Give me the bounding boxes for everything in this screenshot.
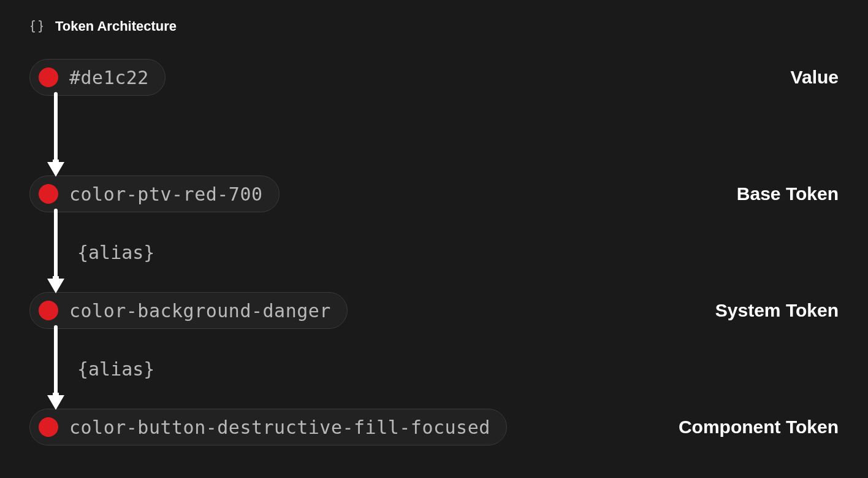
level-label-component: Component Token <box>679 417 839 438</box>
connector <box>48 96 839 175</box>
token-pill-system: color-background-danger <box>29 292 348 329</box>
page-title: Token Architecture <box>55 18 177 34</box>
level-label-base: Base Token <box>737 183 839 204</box>
token-text: #de1c22 <box>69 67 149 88</box>
token-text: color-background-danger <box>69 300 331 322</box>
level-label-system: System Token <box>715 300 839 321</box>
connector: {alias} <box>48 329 839 409</box>
color-swatch <box>39 417 58 437</box>
level-row-value: #de1c22 Value <box>29 59 839 96</box>
alias-label: {alias} <box>77 242 154 263</box>
level-row-system: color-background-danger System Token <box>29 292 839 329</box>
color-swatch <box>39 184 58 204</box>
diagram-header: Token Architecture <box>29 18 839 34</box>
braces-icon <box>29 19 44 34</box>
color-swatch <box>39 67 58 87</box>
token-text: color-button-destructive-fill-focused <box>69 417 490 438</box>
token-pill-value: #de1c22 <box>29 59 166 96</box>
level-label-value: Value <box>791 67 839 88</box>
level-row-component: color-button-destructive-fill-focused Co… <box>29 409 839 445</box>
token-pill-component: color-button-destructive-fill-focused <box>29 409 507 445</box>
connector: {alias} <box>48 212 839 292</box>
token-architecture-diagram: #de1c22 Value color-ptv-red-700 Base Tok… <box>29 59 839 445</box>
level-row-base: color-ptv-red-700 Base Token <box>29 175 839 212</box>
token-text: color-ptv-red-700 <box>69 183 263 205</box>
alias-label: {alias} <box>77 358 154 380</box>
color-swatch <box>39 301 58 320</box>
token-pill-base: color-ptv-red-700 <box>29 175 280 212</box>
